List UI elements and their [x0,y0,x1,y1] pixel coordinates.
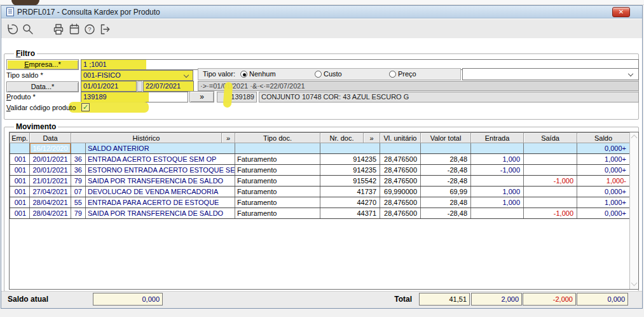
produto-input[interactable]: 139189 [81,92,188,102]
table-row[interactable]: 001 20/01/2021 36 ESTORNO ENTRADA ACERTO… [10,165,630,176]
cell-entrada[interactable] [471,143,524,154]
scroll-down-icon[interactable] [631,280,638,286]
cell-vl-unitario[interactable]: 28,476500 [380,176,421,187]
cell-vl-unitario[interactable]: 28,476500 [380,208,421,219]
cell-entrada[interactable]: -1,000 [471,165,524,176]
cell-data[interactable]: 27/04/2021 [30,187,71,197]
vertical-scrollbar[interactable] [629,132,638,289]
radio-icon[interactable] [389,71,396,78]
cell-saida[interactable] [524,187,577,197]
cell-nr-doc[interactable]: 44270 [320,197,380,208]
radio-nenhum[interactable]: Nenhum [240,70,276,78]
cell-valor-total[interactable]: -28,48 [421,176,471,187]
cell-nr-doc[interactable]: 44371 [320,208,380,219]
cell-emp[interactable]: 001 [10,208,30,219]
close-button[interactable]: ✕ [612,7,630,17]
cell-data[interactable]: 20/01/2021 [30,165,71,176]
cell-saldo[interactable]: 0,000+ [577,187,630,197]
cell-saida[interactable] [524,154,577,165]
cell-historico[interactable]: SAIDA POR TRANSFERENCIA DE SALDO [86,208,235,219]
cell-emp[interactable] [10,143,30,154]
cell-tipo-doc[interactable]: Faturamento [235,154,320,165]
empresa-button[interactable]: Empresa...* [6,59,79,70]
cell-nr-doc[interactable]: 41737 [320,187,380,197]
table-row[interactable]: 001 28/04/2021 55 ENTRADA PARA ACERTO DE… [10,197,630,208]
cell-saldo[interactable]: 0,000+ [577,143,630,154]
cell-saida[interactable]: -1,000 [524,208,577,219]
cell-saida[interactable] [524,165,577,176]
cell-tipo-doc[interactable]: Faturamento [235,208,320,219]
col-expand-button[interactable]: » [364,133,380,143]
cell-tipo-doc[interactable] [235,143,320,154]
cell-valor-total[interactable]: 28,48 [421,154,471,165]
cell-data[interactable]: 28/04/2021 [30,208,71,219]
cell-valor-total[interactable] [421,143,471,154]
produto-lookup-button[interactable]: » [189,91,214,102]
cell-nr-doc[interactable]: 915542 [320,176,380,187]
cell-emp[interactable]: 001 [10,165,30,176]
table-row[interactable]: 16/12/2020 SALDO ANTERIOR 0,000+ [10,143,630,154]
document-icon[interactable] [6,7,15,17]
cell-vl-unitario[interactable]: 28,476500 [380,197,421,208]
cell-historico[interactable]: ENTRADA ACERTO ESTOQUE SEM OP [86,154,235,165]
cell-historico[interactable]: ESTORNO ENTRADA ACERTO ESTOQUE SEM C [86,165,235,176]
cell-cod[interactable]: 55 [71,197,86,208]
cell-saldo[interactable]: 1,000+ [577,197,630,208]
cell-historico[interactable]: DEVOLUCAO DE VENDA MERCADORIA [86,187,235,197]
cell-cod[interactable]: 79 [71,176,86,187]
cell-entrada[interactable]: 1,000 [471,154,524,165]
cell-historico[interactable]: SAIDA POR TRANSFERENCIA DE SALDO [86,176,235,187]
cell-saldo[interactable]: 1,000- [577,176,630,187]
cell-nr-doc[interactable] [320,143,380,154]
table-row[interactable]: 001 28/04/2021 79 SAIDA POR TRANSFERENCI… [10,208,630,219]
cell-vl-unitario[interactable]: 28,476500 [380,165,421,176]
cell-valor-total[interactable]: 28,48 [421,197,471,208]
cell-vl-unitario[interactable] [380,143,421,154]
cell-entrada[interactable] [471,208,524,219]
cell-valor-total[interactable]: -28,48 [421,208,471,219]
radio-preco[interactable]: Preço [389,70,416,78]
cell-data[interactable]: 28/04/2021 [30,197,71,208]
cell-emp[interactable]: 001 [10,187,30,197]
undo-icon[interactable] [6,23,18,36]
cell-tipo-doc[interactable]: Faturamento [235,165,320,176]
cell-nr-doc[interactable]: 914235 [320,165,380,176]
cell-cod[interactable]: 36 [71,165,86,176]
cell-cod[interactable] [71,143,86,154]
help-icon[interactable]: ? [83,23,96,36]
cell-saida[interactable] [524,197,577,208]
cell-tipo-doc[interactable]: Faturamento [235,176,320,187]
exit-icon[interactable] [99,23,111,36]
cell-data[interactable]: 21/01/2021 [30,176,71,187]
print-icon[interactable] [52,23,65,36]
cell-emp[interactable]: 001 [10,176,30,187]
cell-data-selected[interactable]: 16/12/2020 [30,143,71,154]
cell-saida[interactable] [524,143,577,154]
cell-saldo[interactable]: 1,000+ [577,154,630,165]
cell-entrada[interactable]: 1,000 [471,187,524,197]
search-icon[interactable] [22,23,34,36]
radio-icon[interactable] [240,71,247,78]
data-from-input[interactable]: 01/01/2021 [81,81,137,92]
radio-custo[interactable]: Custo [315,70,342,78]
tipo-saldo-combobox[interactable]: 001-FISICO [81,70,193,81]
cell-valor-total[interactable]: -28,48 [421,165,471,176]
table-row[interactable]: 001 21/01/2021 79 SAIDA POR TRANSFERENCI… [10,176,630,187]
cell-emp[interactable]: 001 [10,197,30,208]
cell-cod[interactable]: 79 [71,208,86,219]
cell-data[interactable]: 20/01/2021 [30,154,71,165]
cell-entrada[interactable] [471,176,524,187]
cell-cod[interactable]: 36 [71,154,86,165]
data-button[interactable]: Data...* [6,81,79,92]
cell-cod[interactable]: 07 [71,187,86,197]
cell-valor-total[interactable]: 69,99 [421,187,471,197]
cell-nr-doc[interactable]: 914235 [320,154,380,165]
cell-historico[interactable]: SALDO ANTERIOR [86,143,235,154]
cell-tipo-doc[interactable]: Faturamento [235,197,320,208]
cell-emp[interactable]: 001 [10,154,30,165]
radio-icon[interactable] [315,71,322,78]
data-to-input[interactable]: 22/07/2021 [143,81,194,92]
cell-vl-unitario[interactable]: 69,990000 [380,187,421,197]
table-row[interactable]: 001 20/01/2021 36 ENTRADA ACERTO ESTOQUE… [10,154,630,165]
cell-saldo[interactable]: 0,000+ [577,165,630,176]
